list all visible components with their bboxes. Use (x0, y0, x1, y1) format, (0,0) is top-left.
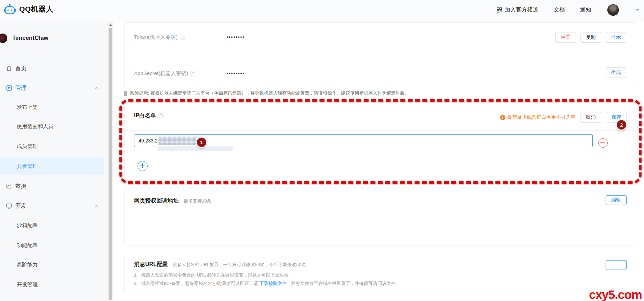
credentials-card: Token(机器人令牌) ? •••••••• 重置 复制 显示 AppSecr… (124, 22, 636, 87)
sidebar-item-dev[interactable]: 开发 (0, 199, 104, 213)
chevron-up-icon[interactable] (94, 204, 99, 208)
row-divider (125, 130, 636, 131)
copy-button[interactable]: 复制 (580, 32, 601, 43)
sidebar-item-member-manage[interactable]: 成员管理 (0, 139, 104, 153)
token-label: Token(机器人令牌) (134, 34, 178, 41)
header-nav: 加入官方频道 文档 通知 (496, 3, 639, 16)
download-verify-file-link[interactable]: 下载校验文件 (259, 281, 287, 286)
edit-callback-button[interactable]: 编辑 (606, 195, 627, 205)
ip-warning: ! 提审及上线前IP白名单不可为空 (500, 114, 576, 120)
chevron-up-icon[interactable] (94, 86, 99, 90)
web-callback-title: 网页授权回调地址 (134, 197, 179, 205)
sidebar-item-label: 开发管理 (17, 163, 38, 170)
token-label-row: Token(机器人令牌) ? (134, 34, 185, 41)
sidebar-item-label: 使用范围和人员 (17, 123, 53, 130)
sidebar-item-label: 发布上架 (17, 104, 38, 111)
token-actions: 重置 复制 显示 (555, 32, 626, 43)
ip-whitelist-card: IP白名单 ? ! 提审及上线前IP白名单不可为空 取消 保存 2 1 (124, 104, 636, 178)
sidebar-item-publish[interactable]: 发布上架 (0, 100, 104, 114)
sidebar-item-manage[interactable]: 管理 (0, 81, 104, 95)
user-avatar[interactable] (607, 4, 619, 16)
sidebar-item-advanced-ability[interactable]: 高阶能力 (0, 258, 104, 272)
scrollbar-up-arrow-icon[interactable] (108, 22, 113, 28)
main-content: Token(机器人令牌) ? •••••••• 重置 复制 显示 AppSecr… (113, 22, 644, 301)
sidebar-item-label: 管理 (15, 85, 27, 92)
nav-join-channel-label: 加入官方频道 (505, 6, 538, 14)
bot-profile[interactable]: TencentClaw (0, 32, 49, 44)
msg-url-card: 消息URL配置 最多支持20个URL配置，一年只可以修改50次，今年还能修改50… (124, 255, 636, 292)
msg-url-subtitle: 最多支持20个URL配置，一年只可以修改50次，今年还能修改50次 (173, 262, 306, 268)
sidebar-item-scope-users[interactable]: 使用范围和人员 (0, 119, 104, 133)
app-logo: QQ机器人 (3, 3, 53, 15)
generate-button[interactable]: 生成 (606, 67, 626, 78)
web-callback-card: 网页授权回调地址 最多支持10条 编辑 (124, 189, 636, 245)
cancel-button[interactable]: 取消 (580, 112, 601, 123)
remove-ip-icon[interactable] (598, 138, 608, 148)
msg-url-note1: 1、机器人发送的消息中包含的 URL 必须先在这里设置，消息才可以下发生效； (134, 272, 293, 278)
redaction-mosaic-under (158, 146, 233, 151)
ip-whitelist-title: IP白名单 (134, 112, 156, 119)
edit-msg-url-button[interactable] (606, 260, 627, 270)
sidebar-item-feature-config[interactable]: 功能配置 (0, 238, 104, 252)
row-divider (125, 153, 636, 153)
token-value: •••••••• (227, 34, 245, 39)
app-header: QQ机器人 加入官方频道 文档 通知 (0, 0, 644, 22)
sidebar-item-dev-manage-active[interactable]: 开发管理 (0, 157, 104, 175)
sidebar-item-label: 开发 (15, 203, 27, 210)
msg-url-title: 消息URL配置 (134, 261, 168, 268)
redaction-mosaic (158, 137, 200, 145)
qq-robot-logo-icon (3, 3, 16, 15)
qr-code-icon (496, 7, 502, 13)
ip-whitelist-header: IP白名单 ? (134, 112, 164, 119)
sidebar-item-label: 高阶能力 (17, 262, 38, 268)
sidebar-item-callback-config[interactable]: 回调配置 (0, 297, 104, 301)
warning-icon: ! (500, 115, 505, 120)
web-callback-header: 网页授权回调地址 最多支持10条 (134, 197, 211, 205)
home-icon (5, 65, 13, 72)
app-title: QQ机器人 (19, 4, 53, 14)
help-icon[interactable]: ? (190, 71, 195, 76)
help-icon[interactable]: ? (158, 113, 164, 118)
monitor-icon (5, 202, 13, 210)
scrollbar-thumb[interactable] (109, 28, 112, 300)
appsecret-value: •••••••• (227, 71, 245, 76)
document-icon (5, 84, 13, 92)
chevron-down-icon[interactable] (636, 9, 639, 11)
sidebar-item-home[interactable]: 首页 (0, 61, 104, 75)
sidebar-item-label: 数据 (15, 183, 27, 190)
msg-url-header: 消息URL配置 最多支持20个URL配置，一年只可以修改50次，今年还能修改50… (134, 261, 306, 268)
msg-url-note2-prefix: 2、域名需经过ICP备案，新备案域名24小时后才可以配置，请 (134, 281, 259, 286)
ip-whitelist-actions: ! 提审及上线前IP白名单不可为空 取消 保存 (500, 112, 627, 123)
msg-url-note2: 2、域名需经过ICP备案，新备案域名24小时后才可以配置，请 下载校验文件，并将… (134, 280, 400, 287)
show-button[interactable]: 显示 (606, 32, 626, 43)
sidebar-item-dev-manage-2[interactable]: 开发管理 (0, 278, 104, 292)
nav-join-channel[interactable]: 加入官方频道 (496, 6, 538, 14)
sidebar-divider (0, 51, 99, 51)
row-divider (125, 55, 636, 55)
sidebar-item-label: 功能配置 (17, 242, 38, 249)
appsecret-label: AppSecret(机器人密钥) (134, 70, 188, 77)
annotation-badge-1: 1 (197, 138, 206, 147)
sidebar-item-sandbox-config[interactable]: 沙箱配置 (0, 218, 104, 232)
nav-notifications[interactable]: 通知 (580, 6, 591, 14)
sidebar: TencentClaw 首页 管理 发布上架 使用范围和人员 成员管理 (0, 22, 108, 301)
risk-notice: 风险提示: 授权机器人绑定至第三方平台（例如腾讯元器），将导致机器人现有功能被覆… (124, 90, 409, 96)
ip-warning-text: 提审及上线前IP白名单不可为空 (508, 114, 576, 120)
reset-button[interactable]: 重置 (555, 32, 576, 43)
app-root: QQ机器人 加入官方频道 文档 通知 (0, 0, 644, 301)
sidebar-scrollbar[interactable] (108, 22, 113, 301)
sidebar-item-label: 首页 (15, 65, 27, 72)
web-callback-subtitle: 最多支持10条 (184, 198, 211, 204)
msg-url-note2-suffix: ，并将文件放置在域名根目录下，并确保可访问该文件。 (287, 281, 400, 286)
line-chart-icon (5, 182, 13, 190)
sidebar-item-data[interactable]: 数据 (0, 179, 104, 193)
nav-docs[interactable]: 文档 (554, 6, 565, 14)
sidebar-item-label: 开发管理 (17, 281, 38, 288)
risk-bar-icon (124, 91, 127, 96)
watermark: cxy5.com (589, 288, 642, 301)
risk-text: 风险提示: 授权机器人绑定至第三方平台（例如腾讯元器），将导致机器人现有功能被覆… (130, 90, 409, 96)
help-icon[interactable]: ? (180, 35, 185, 40)
annotation-badge-2: 2 (617, 120, 626, 130)
appsecret-label-row: AppSecret(机器人密钥) ? (134, 70, 195, 77)
add-ip-icon[interactable] (138, 161, 148, 171)
